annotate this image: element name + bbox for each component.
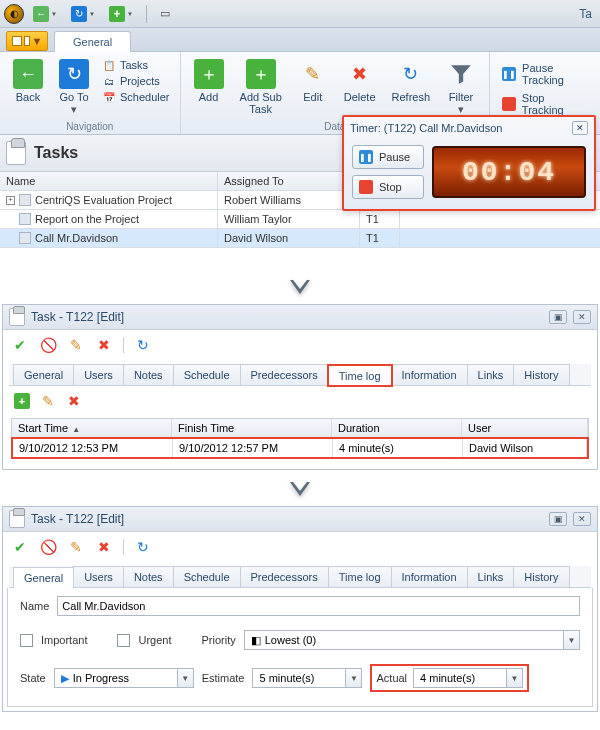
task-row-selected[interactable]: Call Mr.Davidson David Wilson T1 <box>0 229 600 248</box>
tab-history[interactable]: History <box>513 364 569 385</box>
timelog-add-icon[interactable]: + <box>13 392 31 410</box>
stop-tracking-button[interactable]: Stop Tracking <box>502 92 588 116</box>
delete-icon[interactable]: ✖ <box>95 538 113 556</box>
refresh-icon[interactable]: ↻ <box>134 336 152 354</box>
window-title-fragment: Ta <box>579 7 596 21</box>
edit-button[interactable]: ✎Edit <box>291 56 335 106</box>
group-label: Navigation <box>6 119 174 132</box>
timelog-row[interactable]: 9/10/2012 12:53 PM 9/10/2012 12:57 PM 4 … <box>11 437 589 459</box>
tab-predecessors[interactable]: Predecessors <box>240 566 329 587</box>
clipboard-icon <box>9 308 25 326</box>
actual-combo[interactable]: 4 minute(s) ▼ <box>413 668 523 688</box>
priority-combo[interactable]: ◧Lowest (0) ▼ <box>244 630 580 650</box>
timelog-delete-icon[interactable]: ✖ <box>65 392 83 410</box>
app-icon[interactable]: ◐ <box>4 4 24 24</box>
panel-close-button[interactable]: ✕ <box>573 512 591 526</box>
add-button[interactable]: ＋Add <box>187 56 231 106</box>
edit-tabstrip: General Users Notes Schedule Predecessor… <box>9 566 591 588</box>
tab-notes[interactable]: Notes <box>123 566 174 587</box>
estimate-combo[interactable]: 5 minute(s) ▼ <box>252 668 362 688</box>
state-label: State <box>20 672 46 684</box>
panel-toolbar: ✔ 🚫 ✎ ✖ ↻ <box>3 330 597 360</box>
urgent-checkbox[interactable] <box>117 634 130 647</box>
col-duration[interactable]: Duration <box>332 419 462 437</box>
add-sub-task-button[interactable]: ＋Add Sub Task <box>233 56 289 118</box>
estimate-label: Estimate <box>202 672 245 684</box>
refresh-icon[interactable]: ↻ <box>134 538 152 556</box>
qat-refresh-button[interactable]: ↻▼ <box>66 4 100 24</box>
nav-projects[interactable]: 🗂Projects <box>102 74 170 88</box>
apply-icon[interactable]: ✔ <box>11 538 29 556</box>
pause-tracking-button[interactable]: ❚❚Pause Tracking <box>502 62 588 86</box>
panel-restore-button[interactable]: ▣ <box>549 512 567 526</box>
tab-users[interactable]: Users <box>73 364 124 385</box>
qat-customize-button[interactable]: ▭ <box>155 4 175 24</box>
tab-information[interactable]: Information <box>391 364 468 385</box>
tab-links[interactable]: Links <box>467 364 515 385</box>
sort-asc-icon: ▲ <box>72 425 80 434</box>
filter-button[interactable]: Filter▾ <box>439 56 483 119</box>
goto-button[interactable]: ↻ Go To ▾ <box>52 56 96 119</box>
col-start[interactable]: Start Time▲ <box>12 419 172 437</box>
col-name[interactable]: Name <box>0 172 218 190</box>
state-combo[interactable]: ▶In Progress ▼ <box>54 668 194 688</box>
delete-icon[interactable]: ✖ <box>95 336 113 354</box>
stop-icon <box>359 180 373 194</box>
delete-button[interactable]: ✖Delete <box>337 56 383 106</box>
col-user[interactable]: User <box>462 419 588 437</box>
expand-icon[interactable]: + <box>6 196 15 205</box>
tab-general[interactable]: General <box>13 364 74 385</box>
pause-icon: ❚❚ <box>502 67 516 81</box>
tab-time-log[interactable]: Time log <box>328 566 392 587</box>
qat-back-button[interactable]: ←▼ <box>28 4 62 24</box>
panel-close-button[interactable]: ✕ <box>573 310 591 324</box>
timer-pause-button[interactable]: ❚❚Pause <box>352 145 424 169</box>
tab-links[interactable]: Links <box>467 566 515 587</box>
general-form: Name Important Urgent Priority ◧Lowest (… <box>7 588 593 707</box>
refresh-button[interactable]: ↻Refresh <box>385 56 438 106</box>
tab-notes[interactable]: Notes <box>123 364 174 385</box>
panel-title: Task - T122 [Edit] <box>31 512 124 526</box>
tab-information[interactable]: Information <box>391 566 468 587</box>
chevron-down-icon[interactable]: ▼ <box>506 669 522 687</box>
back-button[interactable]: ← Back <box>6 56 50 106</box>
panel-restore-button[interactable]: ▣ <box>549 310 567 324</box>
cancel-icon[interactable]: 🚫 <box>39 336 57 354</box>
apply-icon[interactable]: ✔ <box>11 336 29 354</box>
nav-tasks[interactable]: 📋Tasks <box>102 58 170 72</box>
col-assigned[interactable]: Assigned To <box>218 172 360 190</box>
cancel-icon[interactable]: 🚫 <box>39 538 57 556</box>
edit-icon[interactable]: ✎ <box>67 336 85 354</box>
timelog-edit-icon[interactable]: ✎ <box>39 392 57 410</box>
tab-history[interactable]: History <box>513 566 569 587</box>
timelog-grid: Start Time▲ Finish Time Duration User 9/… <box>11 418 589 459</box>
gauge-icon: ◧ <box>251 634 261 647</box>
clipboard-icon <box>9 510 25 528</box>
tab-general[interactable]: General <box>13 567 74 588</box>
funnel-icon <box>446 59 476 89</box>
timer-display: 00:04 <box>432 146 586 198</box>
flow-arrow-icon <box>0 476 600 506</box>
important-checkbox[interactable] <box>20 634 33 647</box>
chevron-down-icon[interactable]: ▼ <box>345 669 361 687</box>
edit-icon[interactable]: ✎ <box>67 538 85 556</box>
tab-users[interactable]: Users <box>73 566 124 587</box>
chevron-down-icon[interactable]: ▼ <box>177 669 193 687</box>
clipboard-icon <box>6 141 26 165</box>
tab-time-log[interactable]: Time log <box>328 365 392 386</box>
name-field[interactable] <box>57 596 580 616</box>
col-finish[interactable]: Finish Time <box>172 419 332 437</box>
chevron-down-icon[interactable]: ▼ <box>563 631 579 649</box>
timer-close-button[interactable]: ✕ <box>572 121 588 135</box>
tab-predecessors[interactable]: Predecessors <box>240 364 329 385</box>
tab-schedule[interactable]: Schedule <box>173 566 241 587</box>
task-row[interactable]: Report on the Project William Taylor T1 <box>0 210 600 229</box>
priority-label: Priority <box>202 634 236 646</box>
name-label: Name <box>20 600 49 612</box>
timer-stop-button[interactable]: Stop <box>352 175 424 199</box>
nav-scheduler[interactable]: 📅Scheduler <box>102 90 170 104</box>
tab-schedule[interactable]: Schedule <box>173 364 241 385</box>
views-button[interactable]: ▼ <box>6 31 48 51</box>
ribbon-tab-general[interactable]: General <box>54 31 131 52</box>
qat-add-button[interactable]: +▼ <box>104 4 138 24</box>
